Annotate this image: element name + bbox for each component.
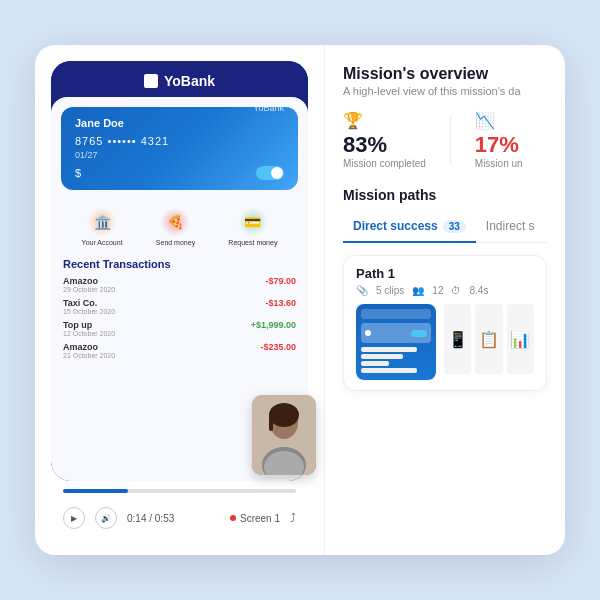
duration-value: 8.4s xyxy=(469,285,488,296)
tabs-row: Direct success 33 Indirect s xyxy=(343,213,547,243)
tab-indirect[interactable]: Indirect s xyxy=(476,213,545,243)
mini-dot xyxy=(365,330,371,336)
stat-completed-label: Mission completed xyxy=(343,158,426,169)
send-blob: 🍕 xyxy=(159,208,191,236)
clips-count: 5 clips xyxy=(376,285,404,296)
tx-name: Amazoo xyxy=(63,342,115,352)
nav-icon-request[interactable]: 💳 Request money xyxy=(228,208,277,246)
tx-name: Taxi Co. xyxy=(63,298,115,308)
svg-rect-5 xyxy=(269,415,273,431)
stat-uncompleted-label: Mission un xyxy=(475,158,523,169)
request-blob: 💳 xyxy=(237,208,269,236)
overview-title: Mission's overview xyxy=(343,65,547,83)
progress-bar-fill xyxy=(63,489,128,493)
left-panel: YoBank Jane Doe YoBank 8765 •••••• 4321 … xyxy=(35,45,325,555)
mini-phone-card xyxy=(361,323,431,343)
send-label: Send money xyxy=(156,239,195,246)
path-title: Path 1 xyxy=(356,266,534,281)
tab-indirect-label: Indirect s xyxy=(486,219,535,233)
stat-uncompleted: 📉 17% Mission un xyxy=(475,111,523,169)
table-row: Amazoo 29 October 2020 -$79.00 xyxy=(63,276,296,293)
card-holder-name: Jane Doe xyxy=(75,117,124,129)
mission-paths-title: Mission paths xyxy=(343,187,547,203)
person-avatar xyxy=(252,395,316,475)
tx-date: 12 October 2020 xyxy=(63,330,115,337)
mini-rows xyxy=(361,347,431,375)
svg-point-4 xyxy=(269,403,299,427)
card-brand: YoBank xyxy=(253,103,284,113)
duration-icon: ⏱ xyxy=(451,285,461,296)
path-meta: 📎 5 clips 👥 12 ⏱ 8.4s xyxy=(356,285,534,296)
current-time: 0:14 xyxy=(127,513,146,524)
mini-row xyxy=(361,354,403,359)
play-button[interactable]: ▶ xyxy=(63,507,85,529)
table-row: Top up 12 October 2020 +$1,999.00 xyxy=(63,320,296,337)
tx-date: 15 October 2020 xyxy=(63,308,115,315)
screenshot-3: 📊 xyxy=(507,304,534,374)
progress-bar-bg xyxy=(63,489,296,493)
users-icon: 👥 xyxy=(412,285,424,296)
tab-direct-success-label: Direct success xyxy=(353,219,438,233)
screenshot-2: 📋 xyxy=(475,304,502,374)
clips-icon: 📎 xyxy=(356,285,368,296)
stat-completed: 🏆 83% Mission completed xyxy=(343,111,426,169)
stat-uncompleted-value: 17% xyxy=(475,132,523,158)
tx-name: Top up xyxy=(63,320,115,330)
time-display: 0:14 / 0:53 xyxy=(127,513,220,524)
progress-area xyxy=(51,481,308,497)
card-dollar: $ xyxy=(75,167,81,179)
person-svg xyxy=(252,395,316,475)
phone-header: YoBank xyxy=(51,61,308,97)
screen-badge: Screen 1 xyxy=(230,513,280,524)
screen-label: Screen 1 xyxy=(240,513,280,524)
stats-row: 🏆 83% Mission completed 📉 17% Mission un xyxy=(343,111,547,169)
tab-direct-success-badge: 33 xyxy=(443,220,466,233)
right-panel: Mission's overview A high-level view of … xyxy=(325,45,565,555)
nav-icon-account[interactable]: 🏛️ Your Account xyxy=(82,208,123,246)
tx-name: Amazoo xyxy=(63,276,115,286)
record-dot xyxy=(230,515,236,521)
bank-name: YoBank xyxy=(164,73,215,89)
path-card: Path 1 📎 5 clips 👥 12 ⏱ 8.4s xyxy=(343,255,547,391)
account-label: Your Account xyxy=(82,239,123,246)
account-blob: 🏛️ xyxy=(86,208,118,236)
trophy-icon: 🏆 xyxy=(343,111,426,130)
tx-date: 29 October 2020 xyxy=(63,286,115,293)
mini-toggle xyxy=(411,330,427,337)
tab-direct-success[interactable]: Direct success 33 xyxy=(343,213,476,243)
stat-completed-value: 83% xyxy=(343,132,426,158)
mini-row xyxy=(361,347,417,352)
path-preview: 📱 📋 📊 xyxy=(356,304,534,380)
volume-button[interactable]: 🔊 xyxy=(95,507,117,529)
mini-phone xyxy=(356,304,436,380)
main-card: YoBank Jane Doe YoBank 8765 •••••• 4321 … xyxy=(35,45,565,555)
decline-icon: 📉 xyxy=(475,111,523,130)
request-label: Request money xyxy=(228,239,277,246)
card-toggle[interactable] xyxy=(256,166,284,180)
stats-divider xyxy=(450,115,451,165)
screenshot-1: 📱 xyxy=(444,304,471,374)
nav-icon-send[interactable]: 🍕 Send money xyxy=(156,208,195,246)
tx-amount: -$13.60 xyxy=(265,298,296,315)
table-row: Amazoo 21 October 2020 -$235.00 xyxy=(63,342,296,359)
nav-icons-row: 🏛️ Your Account 🍕 Send money 💳 Request m… xyxy=(51,200,308,254)
tx-amount: +$1,999.00 xyxy=(251,320,296,337)
card-expiry: 01/27 xyxy=(75,150,284,160)
tx-amount: -$79.00 xyxy=(265,276,296,293)
bank-card: Jane Doe YoBank 8765 •••••• 4321 01/27 $ xyxy=(61,107,298,190)
mini-phone-header xyxy=(361,309,431,319)
share-button[interactable]: ⤴ xyxy=(290,511,296,525)
mini-row xyxy=(361,361,389,366)
path-screenshots: 📱 📋 📊 xyxy=(444,304,534,380)
users-count: 12 xyxy=(432,285,443,296)
total-time: 0:53 xyxy=(155,513,174,524)
transactions-title: Recent Transactions xyxy=(63,258,296,270)
yobank-logo-icon xyxy=(144,74,158,88)
mini-row xyxy=(361,368,417,373)
table-row: Taxi Co. 15 October 2020 -$13.60 xyxy=(63,298,296,315)
person-photo xyxy=(252,395,316,475)
overview-subtitle: A high-level view of this mission's da xyxy=(343,85,547,97)
tx-date: 21 October 2020 xyxy=(63,352,115,359)
card-number: 8765 •••••• 4321 xyxy=(75,135,284,147)
controls-bar: ▶ 🔊 0:14 / 0:53 Screen 1 ⤴ xyxy=(51,497,308,539)
